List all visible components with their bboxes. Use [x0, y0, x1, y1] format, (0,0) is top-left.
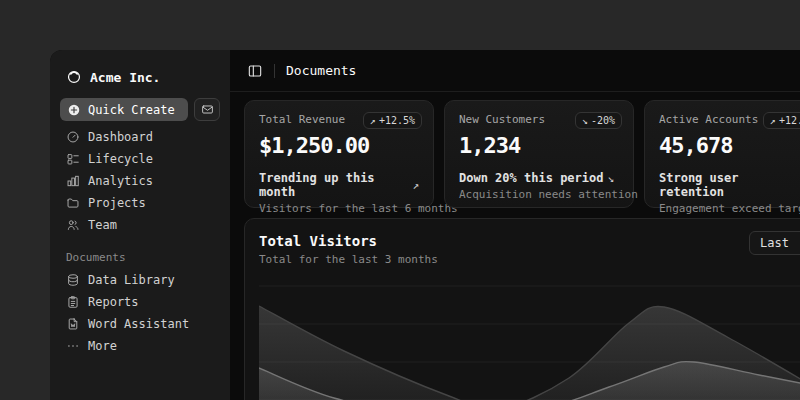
total-visitors-card: Total Visitors Total for the last 3 mont…: [244, 218, 800, 400]
circle-plus-icon: [67, 103, 81, 117]
badge-value: +12.5%: [779, 115, 800, 126]
sidebar: Acme Inc. Quick Create: [50, 50, 230, 400]
trend-badge: ↘ -20%: [575, 112, 622, 129]
stat-card-active-accounts: Active Accounts ↗ +12.5% 45,678 Strong u…: [644, 100, 800, 208]
sidebar-item-dashboard[interactable]: Dashboard: [58, 126, 222, 148]
sidebar-item-label: Team: [88, 218, 117, 232]
users-icon: [66, 218, 80, 232]
sidebar-item-data-library[interactable]: Data Library: [58, 269, 222, 291]
trending-down-icon: ↘: [582, 115, 588, 126]
sidebar-item-label: Data Library: [88, 273, 175, 287]
trending-up-icon: ↗: [412, 179, 419, 192]
sidebar-item-label: Reports: [88, 295, 139, 309]
sidebar-main-nav: Dashboard Lifecycle Anal: [50, 126, 230, 236]
page-header: Documents: [230, 50, 800, 92]
sidebar-item-analytics[interactable]: Analytics: [58, 170, 222, 192]
sidebar-item-label: Dashboard: [88, 130, 153, 144]
stat-footer-line1: Down 20% this period: [459, 171, 604, 185]
badge-value: +12.5%: [379, 115, 415, 126]
sidebar-item-team[interactable]: Team: [58, 214, 222, 236]
trending-up-icon: ↗: [370, 115, 376, 126]
sidebar-item-lifecycle[interactable]: Lifecycle: [58, 148, 222, 170]
stat-footer-line1: Trending up this month: [259, 171, 408, 199]
quick-create-label: Quick Create: [88, 103, 175, 117]
stat-footer-line2: Visitors for the last 6 months: [259, 202, 419, 215]
time-range-button[interactable]: Last: [749, 231, 800, 255]
sidebar-section-label: Documents: [50, 236, 230, 269]
chart-bar-icon: [66, 174, 80, 188]
panel-left-icon: [247, 63, 263, 79]
badge-value: -20%: [591, 115, 615, 126]
visitors-title: Total Visitors: [259, 233, 800, 249]
sidebar-item-projects[interactable]: Projects: [58, 192, 222, 214]
stat-card-total-revenue: Total Revenue ↗ +12.5% $1,250.00 Trendin…: [244, 100, 434, 208]
content-area: Total Revenue ↗ +12.5% $1,250.00 Trendin…: [230, 92, 800, 400]
stat-value: $1,250.00: [259, 133, 419, 158]
sidebar-item-label: Analytics: [88, 174, 153, 188]
trending-down-icon: ↘: [608, 172, 615, 185]
list-details-icon: [66, 152, 80, 166]
dots-icon: [66, 339, 80, 353]
visitors-area-chart[interactable]: [259, 283, 800, 400]
brand-name: Acme Inc.: [90, 70, 160, 85]
stat-cards-row: Total Revenue ↗ +12.5% $1,250.00 Trendin…: [244, 100, 800, 208]
acme-logo-icon: [66, 69, 82, 85]
stat-footer-line2: Acquisition needs attention: [459, 188, 619, 201]
folder-icon: [66, 196, 80, 210]
stat-footer-line1: Strong user retention: [659, 171, 800, 199]
stat-value: 1,234: [459, 133, 619, 158]
trend-badge: ↗ +12.5%: [763, 112, 800, 129]
report-icon: [66, 295, 80, 309]
page-title: Documents: [286, 63, 356, 78]
stat-card-new-customers: New Customers ↘ -20% 1,234 Down 20% this…: [444, 100, 634, 208]
sidebar-item-label: Projects: [88, 196, 146, 210]
main-content: Documents Total Revenue ↗ +12.5% $1,250.…: [230, 50, 800, 400]
stat-footer-line2: Engagement exceed targets: [659, 202, 800, 215]
stat-value: 45,678: [659, 133, 800, 158]
quick-create-button[interactable]: Quick Create: [60, 98, 188, 121]
trend-badge: ↗ +12.5%: [363, 112, 422, 129]
visitors-subtitle: Total for the last 3 months: [259, 253, 800, 266]
sidebar-item-more[interactable]: More: [58, 335, 222, 357]
inbox-mail-button[interactable]: [194, 98, 220, 121]
database-icon: [66, 273, 80, 287]
sidebar-item-label: More: [88, 339, 117, 353]
dashboard-icon: [66, 130, 80, 144]
file-word-icon: [66, 317, 80, 331]
header-divider: [274, 64, 275, 78]
mail-icon: [201, 103, 214, 116]
sidebar-item-label: Word Assistant: [88, 317, 189, 331]
sidebar-item-word-assistant[interactable]: Word Assistant: [58, 313, 222, 335]
brand[interactable]: Acme Inc.: [50, 60, 230, 95]
sidebar-documents-nav: Data Library Reports: [50, 269, 230, 357]
trending-up-icon: ↗: [770, 115, 776, 126]
app-window: Acme Inc. Quick Create: [50, 50, 800, 400]
sidebar-item-label: Lifecycle: [88, 152, 153, 166]
sidebar-toggle-button[interactable]: [247, 63, 263, 79]
sidebar-item-reports[interactable]: Reports: [58, 291, 222, 313]
